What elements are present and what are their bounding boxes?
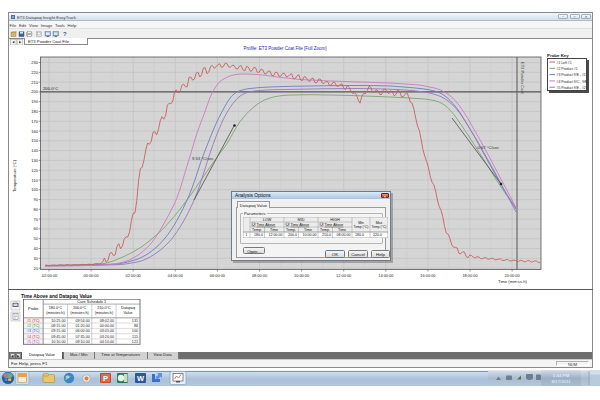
svg-text:20: 20 <box>34 266 39 271</box>
svg-text:LOW: LOW <box>263 218 272 222</box>
svg-text:180.0: 180.0 <box>355 233 364 237</box>
svg-text:230: 230 <box>31 60 38 65</box>
svg-text:#5 (TC): #5 (TC) <box>27 340 40 344</box>
svg-text:14:00:00: 14:00:00 <box>378 273 394 278</box>
svg-text:Probe: Probe <box>28 306 38 311</box>
svg-text:-02:00:00: -02:00:00 <box>41 273 58 278</box>
svg-text:#2 Product #1: #2 Product #1 <box>557 67 578 71</box>
svg-text:Time: Time <box>338 228 346 232</box>
svg-text:120: 120 <box>31 168 38 173</box>
svg-text:03:20.00: 03:20.00 <box>99 334 113 338</box>
svg-text:07:35.00: 07:35.00 <box>75 334 89 338</box>
svg-text:04:00:00: 04:00:00 <box>168 273 184 278</box>
svg-text:110: 110 <box>32 178 39 183</box>
svg-text:W: W <box>137 374 145 383</box>
svg-text:40: 40 <box>34 246 39 251</box>
svg-text:9.53 °C/sec: 9.53 °C/sec <box>192 156 214 161</box>
svg-text:Time Above: Time Above <box>325 223 344 227</box>
svg-text:Datapaq: Datapaq <box>121 306 135 310</box>
svg-text:09:10.00: 09:10.00 <box>75 340 89 344</box>
svg-text:Time Above: Time Above <box>257 223 276 227</box>
svg-text:50: 50 <box>34 236 39 241</box>
svg-text:10:10.00: 10:10.00 <box>51 340 65 344</box>
svg-text:Temp (°C): Temp (°C) <box>354 225 369 229</box>
svg-text:1: 1 <box>246 233 248 237</box>
svg-text:86: 86 <box>133 324 137 328</box>
svg-text:(minutes:h): (minutes:h) <box>46 311 64 315</box>
svg-text:#3 Product 9/E - #1: #3 Product 9/E - #1 <box>557 73 586 77</box>
svg-text:80: 80 <box>34 207 39 212</box>
svg-text:100: 100 <box>31 187 38 192</box>
svg-text:210: 210 <box>31 80 38 85</box>
svg-text:Time: Time <box>304 228 312 232</box>
svg-text:180: 180 <box>31 109 38 114</box>
svg-text:08:00.00: 08:00.00 <box>337 233 351 237</box>
svg-text:130: 130 <box>31 158 38 163</box>
svg-text:10:00.00: 10:00.00 <box>303 233 317 237</box>
svg-text:18:00:00: 18:00:00 <box>462 273 478 278</box>
svg-text:12:00.00: 12:00.00 <box>269 233 283 237</box>
svg-text:Cure Schedule 1: Cure Schedule 1 <box>77 299 106 304</box>
svg-text:Temperature (°C): Temperature (°C) <box>12 159 17 192</box>
svg-text:00:00:00: 00:00:00 <box>84 273 100 278</box>
svg-text:06:00.00: 06:00.00 <box>75 329 89 333</box>
svg-text:04:10.00: 04:10.00 <box>99 340 113 344</box>
svg-text:Min: Min <box>358 221 364 225</box>
svg-text:09:54.00: 09:54.00 <box>75 318 89 322</box>
svg-text:HIGH: HIGH <box>330 218 340 222</box>
svg-text:70: 70 <box>34 217 39 222</box>
svg-text:10:00:00: 10:00:00 <box>294 273 310 278</box>
svg-text:30: 30 <box>34 256 39 261</box>
svg-text:131: 131 <box>131 318 137 322</box>
svg-text:(minutes:h): (minutes:h) <box>70 311 88 315</box>
svg-text:Time Above: Time Above <box>291 223 310 227</box>
svg-text:Time (mm:ss.h): Time (mm:ss.h) <box>498 279 528 284</box>
svg-text:#3 (TC): #3 (TC) <box>27 329 40 333</box>
svg-text:ET3 Powder Coat: ET3 Powder Coat <box>520 62 525 94</box>
svg-text:10:25.00: 10:25.00 <box>51 318 65 322</box>
svg-text:01:20.00: 01:20.00 <box>75 324 89 328</box>
svg-text:06:00:00: 06:00:00 <box>210 273 226 278</box>
svg-text:08:15.00: 08:15.00 <box>51 324 65 328</box>
svg-text:(minutes:h): (minutes:h) <box>94 311 112 315</box>
svg-text:180.0: 180.0 <box>254 233 263 237</box>
svg-text:00:00.00: 00:00.00 <box>99 324 113 328</box>
svg-text:140: 140 <box>31 148 38 153</box>
svg-text:P: P <box>103 374 108 383</box>
svg-text:-0.67 °C/sec: -0.67 °C/sec <box>476 145 499 150</box>
svg-text:#1 (TC): #1 (TC) <box>27 318 40 322</box>
svg-text:Value: Value <box>123 311 132 315</box>
svg-text:115: 115 <box>132 334 138 338</box>
svg-text:Temp (°C): Temp (°C) <box>372 225 387 229</box>
svg-text:#5 Product 9/E - #2: #5 Product 9/E - #2 <box>557 86 586 90</box>
svg-text:220: 220 <box>31 70 38 75</box>
svg-text:160: 160 <box>31 129 38 134</box>
svg-text:8/17/2011: 8/17/2011 <box>551 379 571 384</box>
svg-text:Temp.: Temp. <box>252 228 262 232</box>
svg-text:90: 90 <box>34 197 39 202</box>
svg-text:08:02.00: 08:02.00 <box>99 318 113 322</box>
svg-text:Time: Time <box>270 228 278 232</box>
svg-text:210.0: 210.0 <box>322 233 331 237</box>
svg-text:#4 (TC): #4 (TC) <box>27 334 40 338</box>
svg-text:200.0: 200.0 <box>288 233 297 237</box>
svg-text:Temp.: Temp. <box>286 228 296 232</box>
svg-text:09:45.00: 09:45.00 <box>51 334 65 338</box>
svg-text:180.0°C: 180.0°C <box>48 306 62 310</box>
svg-text:12:00:00: 12:00:00 <box>336 273 352 278</box>
svg-text:16:00:00: 16:00:00 <box>420 273 436 278</box>
svg-text:121: 121 <box>131 340 137 344</box>
svg-text:200.0°C: 200.0°C <box>72 306 86 310</box>
svg-text:60: 60 <box>34 226 39 231</box>
svg-text:150: 150 <box>31 138 38 143</box>
svg-text:#1 Left #1: #1 Left #1 <box>557 61 572 65</box>
svg-text:09:15.00: 09:15.00 <box>51 329 65 333</box>
svg-text:Max: Max <box>376 221 383 225</box>
svg-text:03:05.00: 03:05.00 <box>99 329 113 333</box>
svg-text:1:44 PM: 1:44 PM <box>553 373 570 378</box>
svg-text:170: 170 <box>31 119 38 124</box>
svg-text:200: 200 <box>31 89 38 94</box>
svg-text:MID: MID <box>298 218 305 222</box>
svg-text:#2 (TC): #2 (TC) <box>27 324 40 328</box>
svg-text:220.0: 220.0 <box>373 233 382 237</box>
